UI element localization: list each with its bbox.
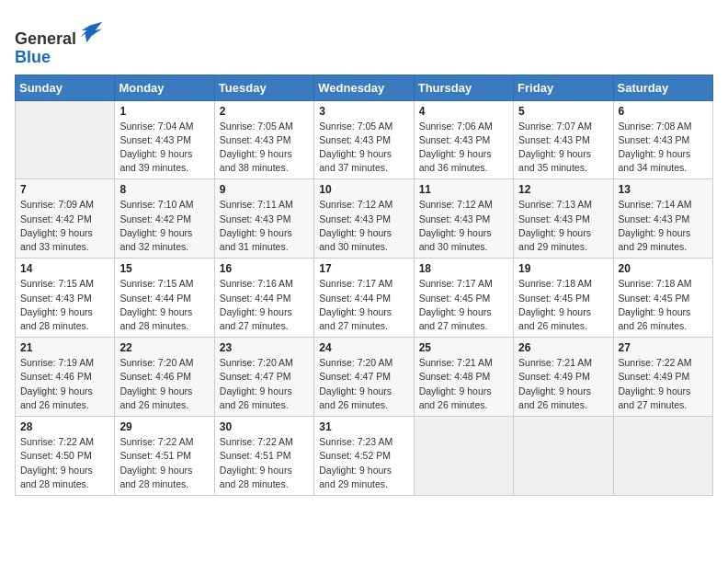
day-cell: 11Sunrise: 7:12 AMSunset: 4:43 PMDayligh…: [414, 179, 513, 259]
day-cell: 17Sunrise: 7:17 AMSunset: 4:44 PMDayligh…: [314, 259, 414, 338]
day-info: Sunrise: 7:19 AMSunset: 4:46 PMDaylight:…: [20, 356, 109, 412]
day-cell: [16, 100, 115, 179]
day-number: 5: [518, 105, 608, 118]
day-number: 9: [220, 183, 309, 196]
calendar-table: SundayMondayTuesdayWednesdayThursdayFrid…: [15, 75, 713, 496]
day-info: Sunrise: 7:15 AMSunset: 4:44 PMDaylight:…: [119, 277, 209, 333]
day-info: Sunrise: 7:21 AMSunset: 4:49 PMDaylight:…: [518, 356, 608, 412]
weekday-header-sunday: Sunday: [16, 75, 115, 100]
day-cell: 21Sunrise: 7:19 AMSunset: 4:46 PMDayligh…: [16, 338, 115, 417]
logo-bird-icon: [78, 18, 104, 44]
day-cell: 5Sunrise: 7:07 AMSunset: 4:43 PMDaylight…: [514, 100, 613, 179]
day-info: Sunrise: 7:22 AMSunset: 4:51 PMDaylight:…: [220, 435, 309, 491]
day-cell: [613, 417, 712, 496]
day-number: 7: [20, 183, 109, 196]
day-cell: 2Sunrise: 7:05 AMSunset: 4:43 PMDaylight…: [214, 100, 313, 179]
day-info: Sunrise: 7:23 AMSunset: 4:52 PMDaylight:…: [319, 435, 408, 491]
weekday-header-wednesday: Wednesday: [314, 75, 414, 100]
week-row-1: 7Sunrise: 7:09 AMSunset: 4:42 PMDaylight…: [16, 179, 713, 259]
day-number: 31: [319, 420, 408, 433]
day-number: 18: [419, 262, 508, 275]
day-cell: 3Sunrise: 7:05 AMSunset: 4:43 PMDaylight…: [314, 100, 414, 179]
day-cell: 23Sunrise: 7:20 AMSunset: 4:47 PMDayligh…: [214, 338, 313, 417]
day-number: 14: [20, 262, 109, 275]
day-cell: 7Sunrise: 7:09 AMSunset: 4:42 PMDaylight…: [16, 179, 115, 259]
day-info: Sunrise: 7:12 AMSunset: 4:43 PMDaylight:…: [419, 198, 508, 254]
day-number: 11: [419, 183, 508, 196]
day-info: Sunrise: 7:05 AMSunset: 4:43 PMDaylight:…: [319, 120, 408, 176]
day-cell: 28Sunrise: 7:22 AMSunset: 4:50 PMDayligh…: [16, 417, 115, 496]
day-info: Sunrise: 7:13 AMSunset: 4:43 PMDaylight:…: [518, 198, 608, 254]
day-cell: 9Sunrise: 7:11 AMSunset: 4:43 PMDaylight…: [214, 179, 313, 259]
day-info: Sunrise: 7:22 AMSunset: 4:50 PMDaylight:…: [20, 435, 109, 491]
week-row-2: 14Sunrise: 7:15 AMSunset: 4:43 PMDayligh…: [16, 259, 713, 338]
header: General Blue: [15, 15, 713, 67]
day-number: 16: [220, 262, 309, 275]
day-number: 19: [518, 262, 608, 275]
week-row-3: 21Sunrise: 7:19 AMSunset: 4:46 PMDayligh…: [16, 338, 713, 417]
day-number: 15: [119, 262, 209, 275]
day-info: Sunrise: 7:20 AMSunset: 4:47 PMDaylight:…: [319, 356, 408, 412]
weekday-header-friday: Friday: [514, 75, 613, 100]
day-info: Sunrise: 7:15 AMSunset: 4:43 PMDaylight:…: [20, 277, 109, 333]
day-number: 17: [319, 262, 408, 275]
day-number: 23: [220, 341, 309, 354]
day-number: 12: [518, 183, 608, 196]
day-cell: 20Sunrise: 7:18 AMSunset: 4:45 PMDayligh…: [613, 259, 712, 338]
day-number: 29: [119, 420, 209, 433]
day-number: 30: [220, 420, 309, 433]
day-info: Sunrise: 7:20 AMSunset: 4:47 PMDaylight:…: [220, 356, 309, 412]
weekday-header-monday: Monday: [115, 75, 214, 100]
day-number: 28: [20, 420, 109, 433]
day-number: 24: [319, 341, 408, 354]
svg-marker-0: [80, 22, 102, 42]
day-number: 22: [119, 341, 209, 354]
week-row-4: 28Sunrise: 7:22 AMSunset: 4:50 PMDayligh…: [16, 417, 713, 496]
logo: General Blue: [15, 18, 104, 67]
day-cell: 25Sunrise: 7:21 AMSunset: 4:48 PMDayligh…: [414, 338, 513, 417]
logo-blue: Blue: [15, 48, 51, 66]
day-cell: [514, 417, 613, 496]
day-info: Sunrise: 7:16 AMSunset: 4:44 PMDaylight:…: [220, 277, 309, 333]
day-cell: 6Sunrise: 7:08 AMSunset: 4:43 PMDaylight…: [613, 100, 712, 179]
day-cell: 16Sunrise: 7:16 AMSunset: 4:44 PMDayligh…: [214, 259, 313, 338]
day-info: Sunrise: 7:09 AMSunset: 4:42 PMDaylight:…: [20, 198, 109, 254]
day-number: 27: [619, 341, 708, 354]
day-number: 3: [319, 105, 408, 118]
day-info: Sunrise: 7:17 AMSunset: 4:44 PMDaylight:…: [319, 277, 408, 333]
day-number: 20: [619, 262, 708, 275]
day-info: Sunrise: 7:07 AMSunset: 4:43 PMDaylight:…: [518, 120, 608, 176]
day-cell: 8Sunrise: 7:10 AMSunset: 4:42 PMDaylight…: [115, 179, 214, 259]
day-info: Sunrise: 7:20 AMSunset: 4:46 PMDaylight:…: [119, 356, 209, 412]
day-cell: 1Sunrise: 7:04 AMSunset: 4:43 PMDaylight…: [115, 100, 214, 179]
day-info: Sunrise: 7:06 AMSunset: 4:43 PMDaylight:…: [419, 120, 508, 176]
weekday-header-saturday: Saturday: [613, 75, 712, 100]
day-cell: 31Sunrise: 7:23 AMSunset: 4:52 PMDayligh…: [314, 417, 414, 496]
day-number: 4: [419, 105, 508, 118]
day-info: Sunrise: 7:10 AMSunset: 4:42 PMDaylight:…: [119, 198, 209, 254]
day-cell: 24Sunrise: 7:20 AMSunset: 4:47 PMDayligh…: [314, 338, 414, 417]
day-number: 26: [518, 341, 608, 354]
day-cell: 29Sunrise: 7:22 AMSunset: 4:51 PMDayligh…: [115, 417, 214, 496]
day-info: Sunrise: 7:12 AMSunset: 4:43 PMDaylight:…: [319, 198, 408, 254]
day-number: 8: [119, 183, 209, 196]
day-number: 25: [419, 341, 508, 354]
day-info: Sunrise: 7:21 AMSunset: 4:48 PMDaylight:…: [419, 356, 508, 412]
day-info: Sunrise: 7:11 AMSunset: 4:43 PMDaylight:…: [220, 198, 309, 254]
day-cell: 15Sunrise: 7:15 AMSunset: 4:44 PMDayligh…: [115, 259, 214, 338]
day-number: 13: [619, 183, 708, 196]
day-cell: 13Sunrise: 7:14 AMSunset: 4:43 PMDayligh…: [613, 179, 712, 259]
day-cell: 10Sunrise: 7:12 AMSunset: 4:43 PMDayligh…: [314, 179, 414, 259]
day-info: Sunrise: 7:22 AMSunset: 4:49 PMDaylight:…: [619, 356, 708, 412]
day-number: 6: [619, 105, 708, 118]
day-info: Sunrise: 7:17 AMSunset: 4:45 PMDaylight:…: [419, 277, 508, 333]
day-info: Sunrise: 7:22 AMSunset: 4:51 PMDaylight:…: [119, 435, 209, 491]
day-cell: 18Sunrise: 7:17 AMSunset: 4:45 PMDayligh…: [414, 259, 513, 338]
day-info: Sunrise: 7:18 AMSunset: 4:45 PMDaylight:…: [619, 277, 708, 333]
day-cell: [414, 417, 513, 496]
day-cell: 30Sunrise: 7:22 AMSunset: 4:51 PMDayligh…: [214, 417, 313, 496]
week-row-0: 1Sunrise: 7:04 AMSunset: 4:43 PMDaylight…: [16, 100, 713, 179]
day-cell: 22Sunrise: 7:20 AMSunset: 4:46 PMDayligh…: [115, 338, 214, 417]
weekday-header-tuesday: Tuesday: [214, 75, 313, 100]
weekday-header-thursday: Thursday: [414, 75, 513, 100]
